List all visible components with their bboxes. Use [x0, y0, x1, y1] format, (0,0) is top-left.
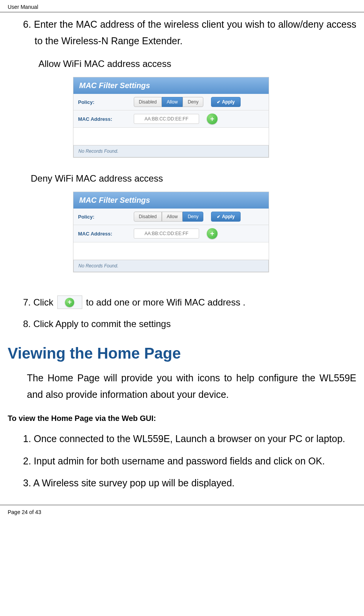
policy-label: Policy: — [78, 214, 134, 220]
section-title: Viewing the Home Page — [8, 345, 356, 362]
policy-row: Policy: Disabled Allow Deny ✔ Apply — [73, 94, 269, 110]
policy-allow-button[interactable]: Allow — [162, 212, 183, 222]
check-icon: ✔ — [217, 214, 220, 219]
inline-add-button-image: + — [57, 295, 82, 309]
step-8-text: 8. Click Apply to commit the settings — [23, 319, 356, 329]
step-7-suffix: to add one or more Wifi MAC address . — [86, 297, 246, 308]
section-description: The Home Page will provide you with icon… — [27, 370, 356, 402]
section-subheading: To view the Home Page via the Web GUI: — [8, 414, 356, 423]
policy-disabled-button[interactable]: Disabled — [134, 97, 162, 107]
mac-filter-panel-allow: MAC Filter Settings Policy: Disabled All… — [73, 77, 269, 158]
home-step-2: 2. Input admin for both username and pas… — [23, 453, 356, 469]
home-step-3: 3. A Wireless site survey pop up will be… — [23, 475, 356, 491]
mac-row: MAC Address: + — [73, 225, 269, 242]
no-records-message: No Records Found. — [73, 260, 269, 272]
page-content: 6. Enter the MAC address of the wireless… — [0, 12, 364, 505]
policy-deny-button[interactable]: Deny — [183, 97, 203, 107]
check-icon: ✔ — [217, 100, 220, 105]
policy-disabled-button[interactable]: Disabled — [134, 212, 162, 222]
no-records-message: No Records Found. — [73, 145, 269, 157]
apply-button[interactable]: ✔ Apply — [211, 97, 240, 107]
page-footer: Page 24 of 43 — [0, 505, 364, 519]
apply-label: Apply — [222, 214, 234, 219]
panel-title: MAC Filter Settings — [73, 192, 269, 209]
plus-icon: + — [210, 230, 214, 238]
policy-segment-group: Disabled Allow Deny — [134, 97, 203, 107]
mac-address-input[interactable] — [134, 229, 199, 239]
policy-segment-group: Disabled Allow Deny — [134, 212, 203, 222]
deny-section-title: Deny WiFi MAC address access — [31, 173, 356, 184]
apply-button[interactable]: ✔ Apply — [211, 212, 240, 222]
apply-label: Apply — [222, 99, 234, 105]
add-mac-button[interactable]: + — [207, 114, 218, 124]
plus-icon: + — [210, 115, 214, 123]
step-6-text: 6. Enter the MAC address of the wireless… — [23, 16, 356, 49]
policy-label: Policy: — [78, 99, 134, 105]
allow-section-title: Allow WiFi MAC address access — [38, 58, 356, 69]
home-page-steps: 1. Once connected to the WL559E, Launch … — [23, 431, 356, 491]
mac-row: MAC Address: + — [73, 110, 269, 128]
add-mac-button[interactable]: + — [207, 228, 218, 239]
step-7-prefix: 7. Click — [23, 297, 53, 308]
mac-address-input[interactable] — [134, 114, 199, 124]
header-title: User Manual — [8, 4, 38, 10]
policy-row: Policy: Disabled Allow Deny ✔ Apply — [73, 209, 269, 225]
mac-filter-panel-deny: MAC Filter Settings Policy: Disabled All… — [73, 192, 269, 272]
mac-label: MAC Address: — [78, 231, 134, 237]
home-step-1: 1. Once connected to the WL559E, Launch … — [23, 431, 356, 447]
plus-icon: + — [65, 298, 74, 307]
page-number: Page 24 of 43 — [8, 509, 41, 515]
panel-title: MAC Filter Settings — [73, 77, 269, 94]
page-header: User Manual — [0, 0, 364, 12]
mac-label: MAC Address: — [78, 116, 134, 122]
policy-deny-button[interactable]: Deny — [183, 212, 203, 222]
step-7: 7. Click + to add one or more Wifi MAC a… — [23, 295, 356, 309]
policy-allow-button[interactable]: Allow — [162, 97, 183, 107]
